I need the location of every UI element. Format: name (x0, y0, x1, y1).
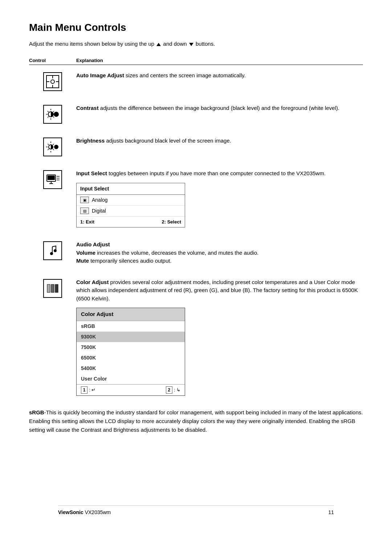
svg-rect-35 (47, 284, 50, 292)
mute-bold: Mute (76, 258, 89, 264)
svg-line-23 (48, 149, 49, 150)
page-wrapper: Main Menu Controls Adjust the menu items… (29, 22, 363, 530)
color-5400k: 5400K (77, 363, 185, 374)
footer-model-text: VX2035wm (85, 509, 111, 515)
intro-paragraph: Adjust the menu items shown below by usi… (29, 41, 363, 47)
svg-rect-36 (51, 284, 54, 292)
volume-text: Volume increases the volume, decreases t… (76, 250, 259, 256)
intro-text-before: Adjust the menu items shown below by usi… (29, 41, 154, 47)
svg-point-25 (54, 145, 58, 149)
up-arrow-icon (156, 43, 161, 46)
table-row: Brightness adjusts background black leve… (29, 130, 363, 163)
contrast-text: Contrast adjusts the difference between … (76, 104, 363, 112)
input-select-bold: Input Select (76, 170, 107, 176)
contrast-icon (43, 105, 62, 124)
color-adjust-menu: Color Adjust sRGB 9300K 7500K 6500K 5400… (76, 308, 185, 396)
intro-text-end: buttons. (196, 41, 215, 47)
svg-line-11 (48, 111, 49, 112)
audio-adjust-icon-cell (29, 241, 76, 260)
svg-rect-27 (48, 176, 55, 180)
select-label: 2: Select (162, 218, 181, 226)
page-footer: ViewSonic VX2035wm 11 (58, 505, 334, 515)
svg-line-22 (53, 149, 54, 150)
color-footer-right-arrow: : ↳ (174, 386, 180, 394)
svg-point-15 (54, 112, 59, 117)
brightness-text: Brightness adjusts background black leve… (76, 137, 363, 145)
srgb-bold: sRGB (29, 409, 44, 415)
input-select-menu-title: Input Select (77, 183, 185, 195)
color-footer-2: 2 (166, 386, 172, 394)
svg-point-33 (50, 252, 53, 255)
table-row: Audio Adjust Volume increases the volume… (29, 234, 363, 272)
audio-adjust-icon (43, 241, 62, 260)
color-footer-right: 2 : ↳ (166, 386, 180, 394)
auto-image-adjust-text: Auto Image Adjust sizes and centers the … (76, 71, 363, 80)
color-adjust-menu-title: Color Adjust (77, 308, 185, 321)
brightness-rest: adjusts background black level of the sc… (105, 138, 231, 144)
color-adjust-text: Color Adjust provides several color adju… (76, 278, 363, 396)
brightness-icon-cell (29, 137, 76, 156)
audio-adjust-bold: Audio Adjust (76, 241, 110, 247)
digital-icon: ▤ (80, 208, 89, 214)
intro-text-mid: and down (163, 41, 187, 47)
contrast-rest: adjusts the difference between the image… (99, 105, 339, 111)
auto-image-adjust-icon (43, 72, 62, 91)
contrast-icon-cell (29, 104, 76, 124)
volume-bold: Volume (76, 250, 95, 256)
brightness-bold: Brightness (76, 138, 105, 144)
analog-icon: ▣ (80, 197, 89, 203)
auto-image-adjust-rest: sizes and centers the screen image autom… (124, 72, 246, 78)
auto-image-adjust-bold: Auto Image Adjust (76, 72, 124, 78)
color-footer-1: 1 (81, 386, 87, 394)
footer-page-number: 11 (328, 509, 334, 515)
svg-line-24 (53, 144, 54, 145)
color-adjust-icon (43, 279, 62, 298)
svg-line-21 (48, 144, 49, 145)
svg-point-34 (54, 249, 57, 252)
contrast-bold: Contrast (76, 105, 99, 111)
color-adjust-rest: provides several color adjustment modes,… (76, 279, 358, 301)
table-row: Color Adjust provides several color adju… (29, 272, 363, 402)
color-9300k: 9300K (77, 332, 185, 342)
input-select-icon (43, 170, 62, 189)
down-arrow-icon (189, 43, 193, 46)
audio-adjust-text: Audio Adjust Volume increases the volume… (76, 241, 363, 265)
srgb-rest: -This is quickly becoming the industry s… (29, 409, 363, 433)
table-header: Control Explanation (29, 58, 363, 65)
footer-brand-model: ViewSonic VX2035wm (58, 509, 111, 515)
col-control-header: Control (29, 58, 76, 63)
digital-label: Digital (92, 207, 106, 215)
input-select-footer: 1: Exit 2: Select (77, 217, 185, 227)
input-select-icon-cell (29, 169, 76, 189)
table-row: Contrast adjusts the difference between … (29, 98, 363, 130)
color-footer-left: 1 : ↵ (81, 386, 95, 394)
brightness-icon (43, 138, 62, 156)
table-row: Auto Image Adjust sizes and centers the … (29, 65, 363, 98)
color-adjust-footer: 1 : ↵ 2 : ↳ (77, 384, 185, 395)
color-adjust-bold: Color Adjust (76, 279, 109, 285)
color-srgb: sRGB (77, 321, 185, 332)
page-title: Main Menu Controls (29, 22, 363, 33)
col-explanation-header: Explanation (76, 58, 363, 63)
color-6500k: 6500K (77, 353, 185, 363)
svg-line-13 (48, 116, 49, 118)
auto-image-adjust-icon-cell (29, 71, 76, 91)
color-user: User Color (77, 374, 185, 384)
color-7500k: 7500K (77, 342, 185, 353)
srgb-paragraph: sRGB-This is quickly becoming the indust… (29, 408, 363, 434)
mute-text: Mute temporarily silences audio output. (76, 258, 172, 264)
color-adjust-icon-cell (29, 278, 76, 298)
analog-label: Analog (92, 196, 108, 204)
table-row: Input Select toggles between inputs if y… (29, 163, 363, 234)
input-select-menu: Input Select ▣ Analog ▤ Digital 1: Exit … (76, 183, 185, 228)
input-select-digital: ▤ Digital (77, 206, 185, 217)
footer-brand: ViewSonic (58, 509, 83, 515)
svg-rect-37 (55, 284, 58, 292)
color-footer-left-arrow: : ↵ (89, 386, 95, 394)
input-select-rest: toggles between inputs if you have more … (107, 170, 326, 176)
input-select-analog: ▣ Analog (77, 195, 185, 206)
input-select-text: Input Select toggles between inputs if y… (76, 169, 363, 227)
svg-line-14 (53, 111, 54, 112)
svg-line-12 (53, 116, 54, 118)
exit-label: 1: Exit (80, 218, 94, 226)
